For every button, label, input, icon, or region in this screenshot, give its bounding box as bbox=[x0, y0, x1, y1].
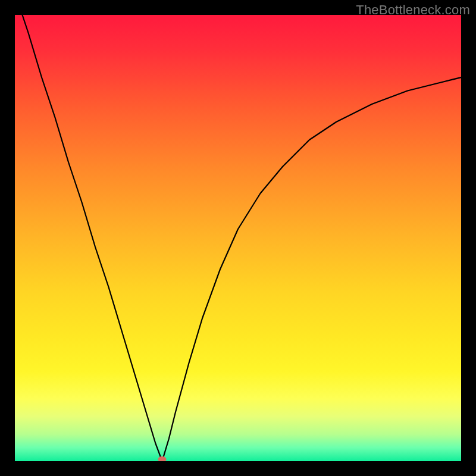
gradient-background bbox=[15, 15, 461, 461]
watermark-text: TheBottleneck.com bbox=[356, 2, 470, 18]
chart-svg bbox=[15, 15, 461, 461]
plot-area bbox=[15, 15, 461, 461]
chart-frame: TheBottleneck.com bbox=[0, 0, 476, 476]
